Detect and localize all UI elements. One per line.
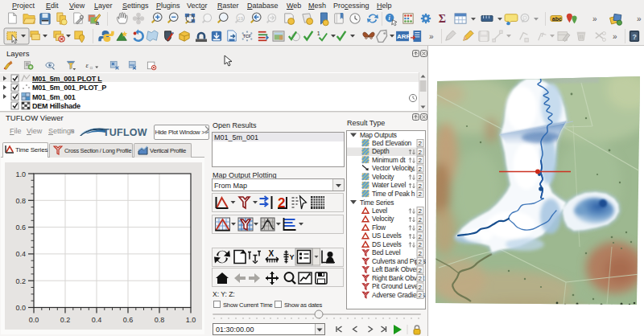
svg-text:Bed Elevation: Bed Elevation xyxy=(372,139,412,147)
svg-text:abc: abc xyxy=(552,16,562,22)
svg-text:Y: Y xyxy=(290,253,295,261)
svg-text:X: X xyxy=(269,249,275,258)
svg-text:0.8: 0.8 xyxy=(155,316,165,324)
svg-text:Σ: Σ xyxy=(439,12,446,25)
svg-text:1.0: 1.0 xyxy=(15,170,26,178)
svg-text:Flow: Flow xyxy=(372,223,386,232)
svg-text:TUFLOW: TUFLOW xyxy=(103,127,147,138)
svg-text:M01_5m_001: M01_5m_001 xyxy=(32,93,76,101)
svg-text:0.8: 0.8 xyxy=(15,197,26,205)
svg-text:Bed Level: Bed Level xyxy=(372,248,401,256)
svg-text:Time Series: Time Series xyxy=(360,199,394,207)
svg-text:DS Levels: DS Levels xyxy=(372,240,401,248)
svg-text:Vector Velocity: Vector Velocity xyxy=(372,164,415,172)
svg-text:0.6: 0.6 xyxy=(123,316,134,324)
svg-text:Time of Peak h: Time of Peak h xyxy=(372,190,415,198)
svg-text:Velocity: Velocity xyxy=(372,173,394,181)
svg-text:US Levels: US Levels xyxy=(372,232,401,240)
svg-text:DEM Hillshade: DEM Hillshade xyxy=(32,102,80,110)
svg-text:Level: Level xyxy=(372,207,387,215)
svg-text:Minimum dt: Minimum dt xyxy=(372,156,406,164)
svg-text:»: » xyxy=(613,32,617,41)
svg-text:»: » xyxy=(429,32,434,41)
svg-text:0.2: 0.2 xyxy=(15,277,26,285)
svg-text:□: □ xyxy=(90,66,93,70)
svg-text:M01_5m_001_PLOT_P: M01_5m_001_PLOT_P xyxy=(32,84,106,92)
svg-text:0.6: 0.6 xyxy=(15,223,26,232)
svg-text:19: 19 xyxy=(237,15,243,21)
svg-text:1: 1 xyxy=(317,31,320,36)
svg-text:0.2: 0.2 xyxy=(60,316,71,324)
svg-text:ARR: ARR xyxy=(397,33,411,40)
svg-text:1.0: 1.0 xyxy=(186,316,196,324)
svg-text:0.0: 0.0 xyxy=(29,316,39,324)
svg-text:a: a xyxy=(96,19,100,27)
svg-text:Depth: Depth xyxy=(372,147,390,155)
svg-text:TCF: TCF xyxy=(243,34,252,39)
svg-text:0.0: 0.0 xyxy=(15,304,26,312)
svg-text:M01_5m_001 PLOT L: M01_5m_001 PLOT L xyxy=(32,75,102,83)
svg-text:»: » xyxy=(637,14,642,23)
svg-text:»: » xyxy=(592,14,597,23)
svg-text:Water Level: Water Level xyxy=(372,181,407,189)
svg-text:0.4: 0.4 xyxy=(92,316,102,324)
svg-text:0.4: 0.4 xyxy=(15,250,26,258)
svg-text:Left Bank Obvert: Left Bank Obvert xyxy=(372,265,421,273)
svg-text:?: ? xyxy=(632,33,636,41)
svg-text:ε: ε xyxy=(86,61,89,69)
svg-text:Map Outputs: Map Outputs xyxy=(360,131,397,139)
svg-text:Velocity: Velocity xyxy=(372,215,394,223)
svg-text:Pit Ground Levels: Pit Ground Levels xyxy=(372,282,423,290)
